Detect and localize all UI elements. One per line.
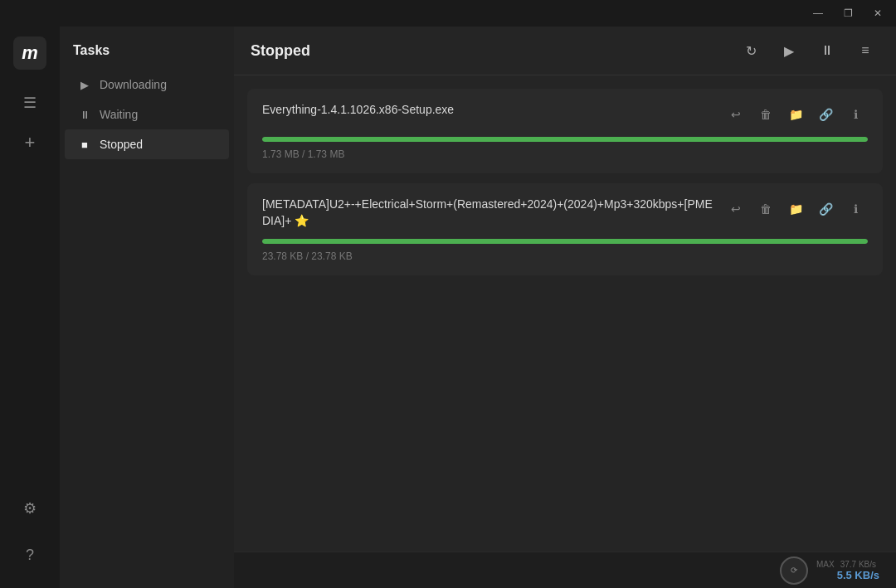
- current-speed: 5.5 KB/s: [837, 569, 879, 581]
- settings-icon[interactable]: ⚙: [13, 492, 46, 525]
- delete-button-2[interactable]: 🗑: [753, 197, 778, 221]
- minimize-button[interactable]: —: [806, 5, 830, 22]
- stop-icon: ■: [78, 138, 91, 151]
- restart-button-2[interactable]: ↩: [723, 197, 748, 221]
- progress-bar-bg-2: [262, 239, 868, 244]
- columns-button[interactable]: ⏸: [813, 36, 841, 65]
- delete-button-1[interactable]: 🗑: [753, 102, 778, 127]
- download-list: Everything-1.4.1.1026.x86-Setup.exe ↩ 🗑 …: [234, 75, 896, 552]
- close-button[interactable]: ✕: [866, 5, 889, 22]
- refresh-button[interactable]: ↻: [737, 36, 765, 65]
- sidebar: Tasks ▶ Downloading ⏸ Waiting ■ Stopped: [60, 27, 234, 588]
- sidebar-item-downloading[interactable]: ▶ Downloading: [65, 70, 229, 100]
- progress-bar-bg-1: [262, 137, 868, 142]
- sidebar-item-stopped[interactable]: ■ Stopped: [65, 129, 229, 159]
- download-card-2: [METADATA]U2+-+Electrical+Storm+(Remaste…: [247, 183, 883, 275]
- icon-rail: m ☰ + ⚙ ?: [0, 27, 60, 588]
- speed-info: MAX 37.7 KB/s 5.5 KB/s: [816, 559, 879, 581]
- filename-1: Everything-1.4.1.1026.x86-Setup.exe: [262, 102, 713, 119]
- card-actions-2: ↩ 🗑 📁 🔗 ℹ: [723, 197, 868, 221]
- play-all-button[interactable]: ▶: [775, 36, 803, 65]
- hamburger-menu-icon[interactable]: ☰: [13, 86, 46, 119]
- link-button-2[interactable]: 🔗: [813, 197, 838, 221]
- sidebar-label-downloading: Downloading: [100, 78, 167, 91]
- app-body: m ☰ + ⚙ ? Tasks ▶ Downloading ⏸ Waiting …: [0, 27, 896, 588]
- status-bar: ⟳ MAX 37.7 KB/s 5.5 KB/s: [234, 552, 896, 588]
- play-icon: ▶: [78, 79, 91, 91]
- restore-button[interactable]: ❐: [836, 5, 859, 22]
- card-top-1: Everything-1.4.1.1026.x86-Setup.exe ↩ 🗑 …: [262, 102, 868, 127]
- sidebar-label-waiting: Waiting: [100, 108, 138, 121]
- pause-icon: ⏸: [78, 109, 91, 121]
- file-size-2: 23.78 KB / 23.78 KB: [262, 250, 868, 262]
- main-content: Stopped ↻ ▶ ⏸ ≡ Everything-1.4.1.1026.x8…: [234, 27, 896, 588]
- info-button-1[interactable]: ℹ: [843, 102, 868, 127]
- add-button[interactable]: +: [13, 126, 46, 159]
- sidebar-header: Tasks: [60, 35, 234, 70]
- more-menu-button[interactable]: ≡: [851, 36, 879, 65]
- progress-bar-fill-2: [262, 239, 868, 244]
- filename-2: [METADATA]U2+-+Electrical+Storm+(Remaste…: [262, 197, 713, 229]
- sidebar-item-waiting[interactable]: ⏸ Waiting: [65, 100, 229, 129]
- info-button-2[interactable]: ℹ: [843, 197, 868, 221]
- card-top-2: [METADATA]U2+-+Electrical+Storm+(Remaste…: [262, 197, 868, 229]
- page-title: Stopped: [251, 42, 727, 60]
- help-icon[interactable]: ?: [13, 538, 46, 571]
- window-controls: — ❐ ✕: [806, 5, 889, 22]
- speed-circle-icon: ⟳: [780, 556, 808, 585]
- max-speed: MAX 37.7 KB/s: [816, 559, 879, 569]
- folder-button-1[interactable]: 📁: [783, 102, 808, 127]
- progress-bar-fill-1: [262, 137, 868, 142]
- link-button-1[interactable]: 🔗: [813, 102, 838, 127]
- file-size-1: 1.73 MB / 1.73 MB: [262, 148, 868, 160]
- speed-widget: ⟳ MAX 37.7 KB/s 5.5 KB/s: [780, 556, 879, 585]
- download-card-1: Everything-1.4.1.1026.x86-Setup.exe ↩ 🗑 …: [247, 89, 883, 173]
- folder-button-2[interactable]: 📁: [783, 197, 808, 221]
- star-icon: ⭐: [295, 214, 309, 227]
- toolbar: Stopped ↻ ▶ ⏸ ≡: [234, 27, 896, 75]
- title-bar: — ❐ ✕: [0, 0, 896, 27]
- card-actions-1: ↩ 🗑 📁 🔗 ℹ: [723, 102, 868, 127]
- sidebar-label-stopped: Stopped: [100, 138, 143, 151]
- max-speed-value: 37.7 KB/s: [840, 560, 876, 569]
- app-logo: m: [13, 36, 46, 70]
- restart-button-1[interactable]: ↩: [723, 102, 748, 127]
- max-label: MAX: [816, 560, 835, 569]
